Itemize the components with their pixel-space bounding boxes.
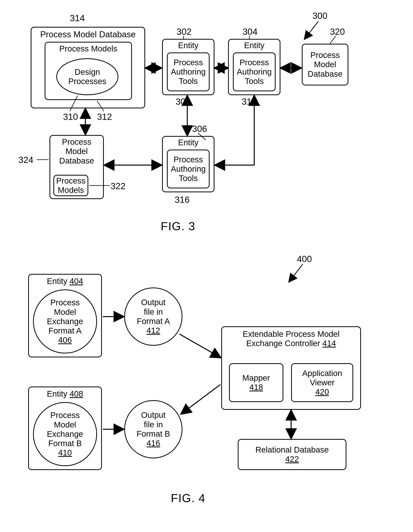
pat-308-text: Process Authoring Tools (171, 58, 206, 86)
entity-304-title: Entity (244, 41, 264, 50)
ref-320: 320 (330, 27, 345, 36)
output-b-416: Output file in Format B 416 (124, 400, 183, 458)
entity-408-title: Entity 408 (47, 389, 83, 399)
entity-306-title: Entity (178, 138, 198, 147)
ref-416: 416 (147, 438, 160, 448)
ref-400: 400 (297, 255, 312, 263)
pmef-b-text: Process Model Exchange Format B (47, 411, 83, 448)
ref-306: 306 (192, 124, 207, 133)
design-processes-text: Design Processes (68, 67, 106, 86)
ref-318: 318 (242, 97, 257, 106)
page: 300 314 Process Model Database Process M… (0, 0, 413, 532)
ref-302: 302 (177, 27, 192, 36)
svg-line-0 (305, 21, 318, 39)
app-viewer-420: Application Viewer 420 (291, 363, 353, 402)
svg-line-5 (330, 36, 336, 44)
ref-310: 310 (63, 112, 78, 121)
ref-304: 304 (243, 27, 257, 36)
entity-302-title: Entity (178, 41, 198, 50)
pat-316-text: Process Authoring Tools (171, 155, 206, 183)
ref-324: 324 (18, 155, 33, 164)
design-processes-310: Design Processes (56, 58, 118, 95)
svg-line-18 (180, 334, 220, 357)
pat-316: Process Authoring Tools (167, 150, 210, 188)
ref-410: 410 (58, 448, 72, 457)
pmd-324-text: Process Model Database (59, 137, 94, 165)
pmef-a-text: Process Model Exchange Format A (47, 298, 83, 335)
pmd-title: Process Model Database (40, 29, 136, 39)
ref-322: 322 (111, 182, 126, 190)
ref-316: 316 (175, 195, 190, 204)
reldb-text: Relational Database (255, 445, 329, 455)
process-models-322: Process Models (53, 175, 88, 196)
app-viewer-text: Application Viewer (302, 369, 342, 388)
ref-422: 422 (285, 455, 299, 464)
mapper-text: Mapper (242, 373, 270, 383)
pat-318-text: Process Authoring Tools (237, 58, 272, 86)
ref-420: 420 (315, 387, 329, 397)
fig4-caption: FIG. 4 (171, 491, 206, 505)
ref-418: 418 (249, 383, 263, 392)
mapper-418: Mapper 418 (229, 363, 283, 402)
ref-406: 406 (58, 335, 72, 345)
ref-412: 412 (147, 326, 160, 335)
ref-300: 300 (312, 11, 327, 20)
entity-404-title: Entity 404 (47, 276, 83, 286)
pat-308: Process Authoring Tools (167, 52, 210, 91)
svg-line-19 (182, 385, 220, 414)
out-a-text: Output file in Format A (137, 298, 170, 326)
svg-line-15 (289, 264, 303, 282)
fig3-caption: FIG. 3 (161, 219, 195, 233)
pmef-a-406: Process Model Exchange Format A 406 (33, 289, 97, 353)
pm-322-text: Process Models (56, 176, 86, 195)
out-b-text: Output file in Format B (137, 410, 170, 438)
process-models-title: Process Models (59, 44, 117, 53)
ref-308: 308 (176, 97, 191, 106)
epmec-text: Extendable Process Model Exchange Contro… (243, 329, 340, 348)
pmd-320-text: Process Model Database (308, 50, 343, 79)
process-model-database-320: Process Model Database (302, 44, 348, 86)
pat-318: Process Authoring Tools (233, 52, 275, 91)
output-a-412: Output file in Format A 412 (124, 287, 183, 346)
ref-312: 312 (97, 112, 112, 121)
pmef-b-410: Process Model Exchange Format B 410 (33, 402, 97, 466)
ref-314: 314 (70, 14, 85, 22)
relational-database-422: Relational Database 422 (238, 439, 346, 470)
